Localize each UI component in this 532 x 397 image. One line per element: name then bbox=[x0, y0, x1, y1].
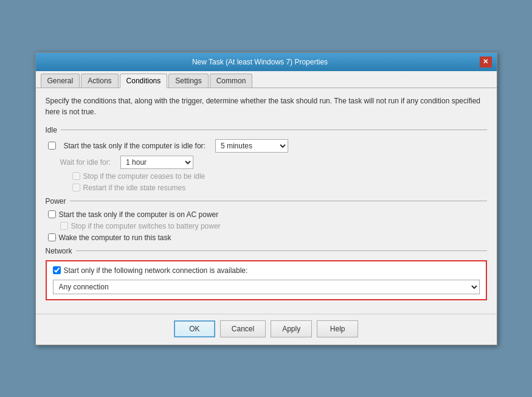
idle-stop-checkbox[interactable] bbox=[72, 172, 80, 180]
help-button[interactable]: Help bbox=[317, 320, 358, 337]
power-section-header: Power bbox=[46, 197, 487, 205]
idle-label: Idle bbox=[46, 126, 57, 134]
network-start-checkbox[interactable] bbox=[53, 266, 61, 274]
tab-general[interactable]: General bbox=[41, 74, 80, 88]
idle-restart-checkbox[interactable] bbox=[72, 184, 80, 192]
idle-restart-row: Restart if the idle state resumes bbox=[46, 184, 487, 192]
idle-restart-label: Restart if the idle state resumes bbox=[83, 184, 186, 192]
idle-section-header: Idle bbox=[46, 126, 487, 134]
close-button[interactable]: ✕ bbox=[480, 57, 492, 67]
ok-button[interactable]: OK bbox=[174, 320, 215, 337]
idle-wait-dropdown[interactable]: 1 hour 30 minutes 2 hours 4 hours bbox=[120, 156, 193, 169]
idle-wait-label: Wait for idle for: bbox=[60, 158, 111, 167]
idle-start-row: Start the task only if the computer is i… bbox=[46, 139, 487, 153]
button-bar: OK Cancel Apply Help bbox=[36, 314, 497, 345]
tab-common[interactable]: Common bbox=[210, 74, 253, 88]
tab-conditions[interactable]: Conditions bbox=[120, 74, 168, 88]
apply-button[interactable]: Apply bbox=[271, 320, 312, 337]
main-window: New Task (At least Windows 7) Properties… bbox=[35, 52, 497, 345]
idle-stop-label: Stop if the computer ceases to be idle bbox=[83, 172, 206, 181]
network-section-header: Network bbox=[46, 247, 487, 255]
content-area: Specify the conditions that, along with … bbox=[36, 88, 497, 314]
description-text: Specify the conditions that, along with … bbox=[46, 95, 487, 117]
idle-start-checkbox[interactable] bbox=[48, 142, 56, 150]
power-wake-label: Wake the computer to run this task bbox=[59, 233, 171, 242]
window-title: New Task (At least Windows 7) Properties bbox=[41, 58, 480, 66]
tab-bar: General Actions Conditions Settings Comm… bbox=[36, 71, 497, 88]
idle-stop-row: Stop if the computer ceases to be idle bbox=[46, 172, 487, 181]
power-battery-row: Stop if the computer switches to battery… bbox=[46, 222, 487, 230]
tab-actions[interactable]: Actions bbox=[81, 74, 118, 88]
network-label: Network bbox=[46, 247, 72, 255]
power-label: Power bbox=[46, 197, 66, 205]
power-ac-checkbox[interactable] bbox=[48, 210, 56, 218]
idle-wait-row: Wait for idle for: 1 hour 30 minutes 2 h… bbox=[46, 156, 487, 169]
network-start-label: Start only if the following network conn… bbox=[64, 266, 248, 275]
idle-divider-line bbox=[61, 129, 487, 130]
power-ac-row: Start the task only if the computer is o… bbox=[46, 210, 487, 219]
power-divider-line bbox=[70, 201, 487, 201]
network-highlighted-box: Start only if the following network conn… bbox=[46, 260, 487, 300]
network-connection-dropdown[interactable]: Any connection Local Area Connection Wir… bbox=[53, 280, 480, 294]
network-start-row: Start only if the following network conn… bbox=[53, 266, 480, 275]
tab-settings[interactable]: Settings bbox=[168, 74, 208, 88]
power-battery-checkbox[interactable] bbox=[60, 222, 68, 230]
title-bar: New Task (At least Windows 7) Properties… bbox=[36, 53, 497, 71]
idle-minutes-dropdown[interactable]: 5 minutes 1 minute 10 minutes 15 minutes… bbox=[215, 139, 288, 153]
power-ac-label: Start the task only if the computer is o… bbox=[59, 210, 219, 219]
power-wake-checkbox[interactable] bbox=[48, 233, 56, 241]
cancel-button[interactable]: Cancel bbox=[220, 320, 266, 337]
network-divider-line bbox=[76, 250, 487, 251]
idle-start-label: Start the task only if the computer is i… bbox=[64, 142, 206, 150]
power-wake-row: Wake the computer to run this task bbox=[46, 233, 487, 242]
power-battery-label: Stop if the computer switches to battery… bbox=[71, 222, 221, 230]
